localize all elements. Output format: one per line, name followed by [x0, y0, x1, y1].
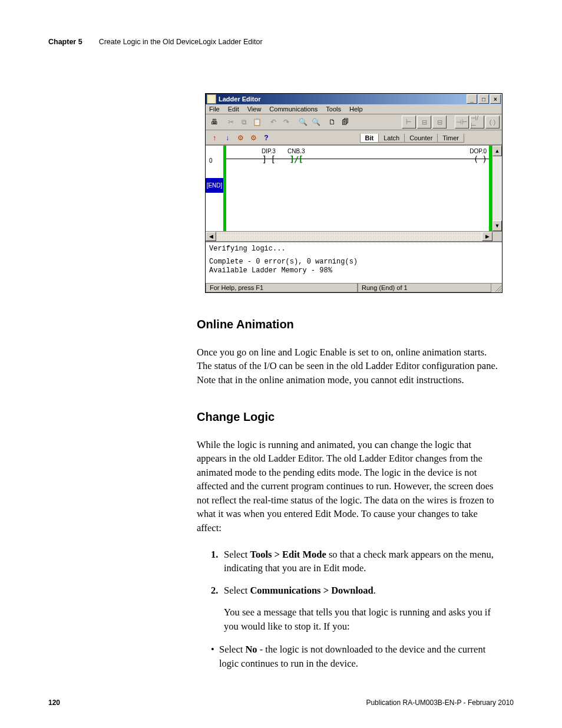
menu-edit[interactable]: Edit: [228, 106, 239, 113]
bullet-no-option: • Select No - the logic is not downloade…: [211, 643, 503, 670]
output-line: Available Ladder Memory - 98%: [209, 266, 498, 276]
heading-change-logic: Change Logic: [197, 410, 503, 424]
vertical-scrollbar[interactable]: ▲ ▼: [492, 146, 502, 231]
undo-icon[interactable]: ↶: [267, 116, 280, 129]
scroll-up-icon[interactable]: ▲: [492, 146, 502, 156]
paragraph: While the logic is running and animated,…: [197, 438, 503, 535]
contact-dip3[interactable]: DIP.3 ] [: [262, 148, 276, 164]
step-2: 2. Select Communications > Download.: [211, 584, 503, 597]
menu-tools[interactable]: Tools: [326, 106, 341, 113]
page-footer: 120 Publication RA-UM003B-EN-P - Februar…: [48, 699, 514, 707]
step-bold: Communications > Download: [250, 585, 373, 596]
step-1: 1. Select Tools > Edit Mode so that a ch…: [211, 548, 503, 575]
tab-latch[interactable]: Latch: [378, 134, 405, 143]
menu-view[interactable]: View: [247, 106, 262, 113]
menu-bar: File Edit View Communications Tools Help: [206, 104, 502, 114]
contact-nc-symbol: ]/[: [287, 154, 305, 164]
step-text: Select: [224, 549, 250, 560]
paragraph: Once you go on line and Logic Enable is …: [197, 345, 503, 387]
ladder-editor-window: ▒ Ladder Editor _ □ × File Edit View Com…: [205, 93, 503, 293]
rung-tool-2-icon[interactable]: ⊟: [417, 116, 431, 129]
rung-number-0: 0: [209, 157, 213, 164]
ladder-diagram-area: 0 [END] DIP.3 ] [ CNB.3 ]/[ DOP.0 ( ): [206, 145, 502, 231]
heading-online-animation: Online Animation: [197, 318, 503, 331]
end-rung-marker[interactable]: [END]: [206, 178, 223, 193]
step-text: Select: [224, 585, 250, 596]
rung-number-column: 0 [END]: [206, 146, 226, 231]
rung-body[interactable]: DIP.3 ] [ CNB.3 ]/[ DOP.0 ( ): [226, 146, 492, 231]
step-2-sub: You see a message that tells you that lo…: [224, 605, 503, 633]
status-help: For Help, press F1: [206, 284, 358, 292]
publication-id: Publication RA-UM003B-EN-P - February 20…: [366, 699, 514, 707]
up-arrow-icon[interactable]: ↑: [208, 131, 221, 144]
step-bold: Tools > Edit Mode: [250, 549, 326, 560]
menu-file[interactable]: File: [209, 106, 220, 113]
coil-label: DOP.0: [470, 148, 487, 154]
zoom-out-icon[interactable]: 🔍: [309, 116, 322, 129]
coil-symbol: ( ): [470, 154, 487, 164]
tab-bit[interactable]: Bit: [360, 134, 379, 143]
bullet-bold: No: [245, 644, 257, 655]
new-file-icon[interactable]: 🗋: [326, 116, 339, 129]
help-icon[interactable]: ?: [260, 131, 273, 144]
step-number: 2.: [211, 584, 224, 597]
bullet-text: - the logic is not downloaded to the dev…: [219, 644, 485, 668]
minimize-button[interactable]: _: [467, 94, 477, 104]
contact-no-symbol: ] [: [262, 154, 276, 164]
rung-tool-3-icon[interactable]: ⊟: [432, 116, 447, 129]
window-title: Ladder Editor: [219, 95, 261, 103]
contact-label: CNB.3: [287, 148, 305, 154]
tab-timer[interactable]: Timer: [437, 134, 464, 143]
svg-line-2: [500, 291, 501, 292]
step-number: 1.: [211, 548, 224, 575]
contact-no-icon[interactable]: ⊣⊢: [455, 116, 469, 129]
maximize-button[interactable]: □: [478, 94, 489, 104]
menu-help[interactable]: Help: [349, 106, 363, 113]
toolbar-main: 🖶 ✂ ⧉ 📋 ↶ ↷ 🔍 🔍 🗋 🗐 ⊢ ⊟ ⊟ ⊣⊢ ⊣/⊢ ( ): [206, 114, 502, 130]
status-rung: Rung (End) of 1: [358, 284, 491, 292]
tool-b-icon[interactable]: ⚙: [247, 131, 260, 144]
bullet-marker: •: [211, 643, 219, 670]
redo-icon[interactable]: ↷: [280, 116, 293, 129]
bullet-text: Select: [219, 644, 245, 655]
contact-label: DIP.3: [262, 148, 276, 154]
step-text: .: [373, 585, 376, 596]
coil-dop0[interactable]: DOP.0 ( ): [470, 148, 487, 164]
output-pane: Verifying logic... Complete - 0 error(s)…: [206, 241, 502, 283]
page-number: 120: [48, 699, 60, 707]
scroll-right-icon[interactable]: ▶: [482, 232, 492, 241]
chapter-number: Chapter 5: [48, 38, 82, 46]
horizontal-scrollbar[interactable]: ◀ ▶: [206, 231, 502, 241]
contact-nc-icon[interactable]: ⊣/⊢: [470, 116, 484, 129]
copy-icon[interactable]: ⧉: [237, 116, 250, 129]
zoom-in-icon[interactable]: 🔍: [296, 116, 309, 129]
scroll-down-icon[interactable]: ▼: [492, 220, 502, 231]
tab-counter[interactable]: Counter: [404, 134, 438, 143]
window-titlebar: ▒ Ladder Editor _ □ ×: [206, 94, 502, 104]
status-bar: For Help, press F1 Rung (End) of 1: [206, 283, 502, 292]
cut-icon[interactable]: ✂: [224, 116, 237, 129]
down-arrow-icon[interactable]: ↓: [221, 131, 234, 144]
coil-icon[interactable]: ( ): [485, 116, 500, 129]
print-icon[interactable]: 🖶: [208, 116, 221, 129]
app-icon: ▒: [207, 94, 216, 104]
toolbar-secondary: ↑ ↓ ⚙ ⚙ ? Bit Latch Counter Timer: [206, 130, 502, 145]
close-button[interactable]: ×: [490, 94, 501, 104]
edit-mode-icon[interactable]: 🗐: [339, 116, 352, 129]
scroll-left-icon[interactable]: ◀: [206, 232, 216, 241]
resize-grip[interactable]: [491, 284, 502, 292]
contact-cnb3[interactable]: CNB.3 ]/[: [287, 148, 305, 164]
rung-tool-1-icon[interactable]: ⊢: [402, 116, 416, 129]
menu-communications[interactable]: Communications: [269, 106, 318, 113]
paste-icon[interactable]: 📋: [250, 116, 263, 129]
tool-a-icon[interactable]: ⚙: [234, 131, 247, 144]
output-line: Verifying logic...: [209, 245, 498, 254]
chapter-title: Create Logic in the Old DeviceLogix Ladd…: [99, 38, 263, 46]
running-header: Chapter 5 Create Logic in the Old Device…: [48, 38, 514, 46]
output-line: Complete - 0 error(s), 0 warning(s): [209, 258, 498, 267]
